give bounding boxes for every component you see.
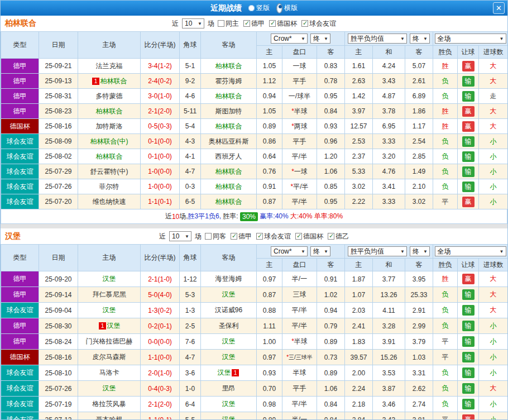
filter-checkbox[interactable]: 德国杯 [269, 19, 297, 28]
team-name[interactable]: 海登海姆 [215, 275, 242, 283]
odds-home: 1.05 [257, 104, 282, 119]
team-name[interactable]: 哥本哈根 [96, 416, 123, 420]
team-cell: 西班牙人 [201, 149, 257, 164]
team-name[interactable]: 柏林联合 [215, 183, 242, 190]
filter-checkbox[interactable]: 德甲 [243, 19, 265, 28]
avg-type-select[interactable]: 胜平负均值▼ [348, 34, 407, 44]
team-name[interactable]: 柏林联合 [96, 152, 123, 160]
handicap-line: 平/半 [282, 397, 317, 412]
team-name[interactable]: 格拉茨风暴 [93, 400, 126, 408]
team-section-union-berlin: 柏林联合 近 10▼ 场 同主德甲德国杯球会友谊 类型 日期 主场 比分(半 [1, 16, 507, 224]
avg-draw: 3.87 [373, 381, 405, 397]
odds-time-select[interactable]: 终▼ [310, 246, 330, 256]
team-name[interactable]: 加特斯洛 [96, 122, 123, 130]
team-name[interactable]: 柏林联合 [215, 198, 242, 206]
league-type: 球会友谊 [1, 412, 39, 420]
checkbox-label: 球会友谊 [264, 232, 291, 241]
avg-type-select[interactable]: 胜平负均值▼ [348, 246, 407, 256]
score: 1-1(0-0) [141, 350, 180, 365]
checkbox-icon [231, 233, 237, 240]
match-count-select[interactable]: 10▼ [182, 18, 204, 28]
scope-select[interactable]: 全场▼ [435, 34, 506, 44]
team-name[interactable]: 门兴格拉德巴赫 [86, 337, 133, 345]
team-name[interactable]: 汉堡 [222, 400, 236, 408]
team-name[interactable]: 柏林联合 [215, 122, 242, 130]
team-name[interactable]: 拜仁慕尼黑 [93, 290, 126, 298]
team-name[interactable]: 维也纳快速 [93, 198, 126, 206]
team-name[interactable]: 汉堡 [222, 290, 236, 298]
handicap-result: 输 [458, 179, 479, 194]
odds-home: 0.93 [257, 365, 282, 381]
team-name[interactable]: 法兰克福 [96, 62, 123, 70]
scope-select[interactable]: 全场▼ [435, 246, 506, 256]
match-count-select[interactable]: 10▼ [169, 231, 191, 241]
odds-time-select[interactable]: 终▼ [310, 34, 330, 44]
avg-home-win: 2.03 [345, 303, 373, 318]
games-label: 场 [195, 232, 202, 241]
team-name[interactable]: 柏林联合(中) [90, 137, 128, 145]
team-cell: 皮尔马森斯 [78, 350, 141, 365]
avg-time-select[interactable]: 终▼ [410, 34, 430, 44]
team-name[interactable]: 汉堡 [222, 416, 236, 420]
handicap-badge: 赢 [462, 197, 475, 207]
team-name[interactable]: 汉堡 [103, 275, 116, 283]
team-name[interactable]: 马洛卡 [99, 369, 119, 376]
team-name[interactable]: 汉堡 [222, 353, 236, 361]
filter-checkbox[interactable]: 同主 [218, 19, 239, 28]
avg-time-select[interactable]: 终▼ [410, 246, 430, 256]
corners: 4-3 [180, 134, 201, 149]
close-icon[interactable]: ✕ [493, 2, 505, 14]
odds-away: 0.84 [317, 412, 345, 420]
filter-checkbox[interactable]: 德甲 [231, 232, 252, 241]
team-cell: 奥林匹亚科斯 [201, 134, 257, 149]
team-name[interactable]: 汉堡 [222, 337, 236, 345]
score: 0-1(0-0) [141, 134, 180, 149]
team-name[interactable]: 西班牙人 [215, 152, 242, 160]
team-name[interactable]: 舒云霍特(中) [90, 168, 128, 175]
team-name[interactable]: 汉堡 [103, 384, 116, 392]
team-name[interactable]: 奥林匹亚科斯 [209, 137, 249, 145]
team-name[interactable]: 菲尔特 [99, 183, 119, 190]
team-name[interactable]: 柏林联合 [215, 62, 242, 70]
team-name[interactable]: 汉堡 [217, 369, 231, 376]
handicap-badge: 输 [462, 166, 475, 177]
filter-checkbox[interactable]: 球会友谊 [301, 19, 336, 28]
handicap-line: 平/半 [282, 194, 317, 209]
filters: 近 10▼ 场 同客德甲球会友谊德国杯德乙 [159, 231, 349, 241]
odds-source-select[interactable]: Crow*▼ [271, 34, 308, 44]
avg-home-win: 39.57 [345, 350, 373, 365]
odds-source-select[interactable]: Crow*▼ [271, 246, 308, 256]
team-name[interactable]: 汉堡 [107, 322, 121, 330]
team-name[interactable]: 皮尔马森斯 [93, 353, 126, 361]
filter-checkbox[interactable]: 同客 [205, 232, 226, 241]
odds-away: 0.85 [317, 179, 345, 194]
odds-away: 0.79 [317, 318, 345, 334]
odds-away: 0.91 [317, 271, 345, 287]
avg-draw: 4.11 [373, 303, 405, 318]
team-name[interactable]: 柏林联合 [100, 77, 127, 85]
filter-checkbox[interactable]: 德乙 [328, 232, 349, 241]
team-name[interactable]: 柏林联合 [96, 107, 123, 115]
score: 0-5(0-3) [141, 119, 180, 134]
team-name[interactable]: 柏林联合 [215, 168, 242, 175]
team-name[interactable]: 霍芬海姆 [215, 77, 242, 85]
team-name[interactable]: 里昂 [222, 384, 236, 392]
radio-horizontal-layout[interactable]: 横版 [276, 3, 298, 13]
team-name[interactable]: 汉堡 [103, 306, 116, 314]
team-cell: 霍芬海姆 [201, 74, 257, 89]
filter-checkbox[interactable]: 球会友谊 [256, 232, 291, 241]
radio-vertical-layout[interactable]: 竖版 [248, 3, 270, 13]
handicap-result: 输 [458, 397, 479, 412]
filter-checkbox[interactable]: 德国杯 [295, 232, 323, 241]
team-name[interactable]: 柏林联合 [215, 92, 242, 100]
near-label: 近 [159, 232, 166, 241]
match-date: 25-08-02 [39, 149, 78, 164]
team-name[interactable]: 多特蒙德 [96, 92, 123, 100]
match-row: 德甲25-09-131柏林联合2-4(0-2)9-2霍芬海姆1.12平手0.78… [1, 74, 508, 89]
result-wdl: 负 [433, 134, 458, 149]
team-name[interactable]: 圣保利 [219, 322, 239, 330]
team-name[interactable]: 汉诺威96 [215, 306, 242, 314]
result-wdl: 胜 [433, 119, 458, 134]
team-name[interactable]: 斯图加特 [215, 107, 242, 115]
league-type: 球会友谊 [1, 381, 39, 397]
